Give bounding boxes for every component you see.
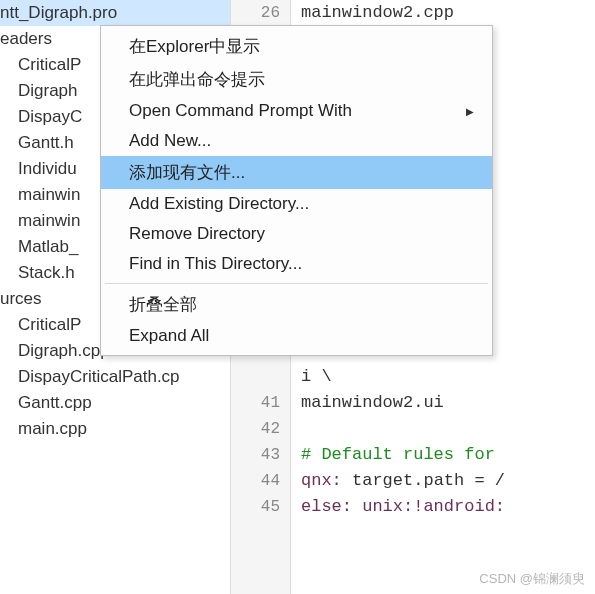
code-line[interactable] [301,416,595,442]
line-number: 42 [231,416,280,442]
menu-item-label: 折叠全部 [129,293,197,316]
line-number: 43 [231,442,280,468]
code-line[interactable]: # Default rules for [301,442,595,468]
code-line[interactable]: qnx: target.path = / [301,468,595,494]
menu-item[interactable]: Open Command Prompt With▶ [101,96,492,126]
menu-item[interactable]: Add Existing Directory... [101,189,492,219]
menu-item-label: Find in This Directory... [129,254,302,274]
menu-separator [105,283,488,284]
watermark: CSDN @锦澜须臾 [479,570,585,588]
menu-item[interactable]: 在Explorer中显示 [101,30,492,63]
tree-root-item[interactable]: ntt_Digraph.pro [0,0,230,26]
submenu-arrow-icon: ▶ [466,106,474,117]
menu-item-label: Remove Directory [129,224,265,244]
context-menu: 在Explorer中显示在此弹出命令提示Open Command Prompt … [100,25,493,356]
menu-item[interactable]: Add New... [101,126,492,156]
code-line[interactable]: else: unix:!android: [301,494,595,520]
menu-item-label: Open Command Prompt With [129,101,352,121]
code-line[interactable]: mainwindow2.cpp [301,0,595,26]
menu-item-label: 添加现有文件... [129,161,245,184]
line-number: 45 [231,494,280,520]
line-number: 26 [231,0,280,26]
menu-item[interactable]: Remove Directory [101,219,492,249]
code-line[interactable]: mainwindow2.ui [301,390,595,416]
menu-item[interactable]: 在此弹出命令提示 [101,63,492,96]
menu-item-label: Add Existing Directory... [129,194,309,214]
menu-item[interactable]: 折叠全部 [101,288,492,321]
tree-source-file[interactable]: main.cpp [0,416,230,442]
line-number [231,364,280,390]
tree-source-file[interactable]: DispayCriticalPath.cp [0,364,230,390]
menu-item-label: 在此弹出命令提示 [129,68,265,91]
tree-source-file[interactable]: Gantt.cpp [0,390,230,416]
line-number: 41 [231,390,280,416]
menu-item[interactable]: Expand All [101,321,492,351]
code-line[interactable]: i \ [301,364,595,390]
line-number: 44 [231,468,280,494]
menu-item-label: 在Explorer中显示 [129,35,260,58]
menu-item-label: Expand All [129,326,209,346]
menu-item-label: Add New... [129,131,211,151]
menu-item[interactable]: Find in This Directory... [101,249,492,279]
menu-item[interactable]: 添加现有文件... [101,156,492,189]
